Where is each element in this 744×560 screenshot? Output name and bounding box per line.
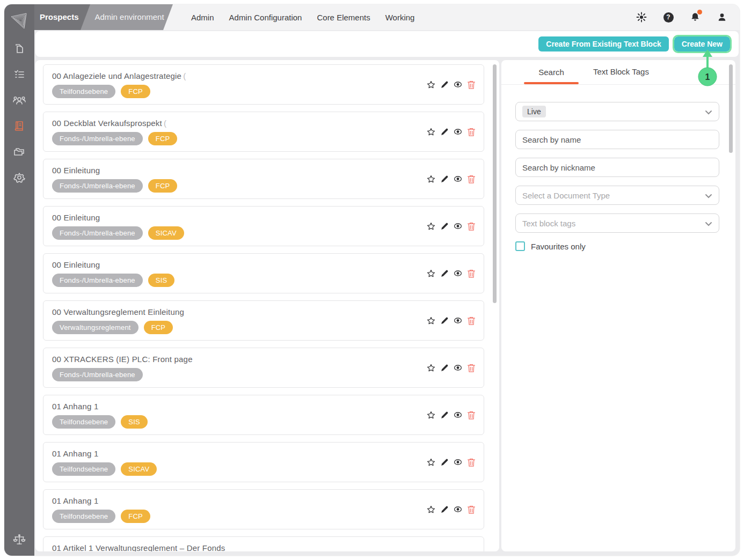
documents-icon[interactable] [11, 41, 27, 57]
text-block-tags: TeilfondsebeneSIS [52, 415, 475, 429]
favourites-only-row: Favourites only [515, 241, 719, 251]
nav-link-admin[interactable]: Admin [191, 13, 214, 22]
view-eye-icon[interactable] [453, 458, 463, 467]
text-block-card[interactable]: 00 Einleitung Fonds-/Umbrella-ebeneFCP [43, 159, 484, 199]
user-profile-icon[interactable] [716, 11, 728, 23]
edit-pencil-icon[interactable] [440, 174, 449, 184]
tag-pill: Fonds-/Umbrella-ebene [52, 179, 143, 193]
text-block-card[interactable]: 00 Deckblat Verkaufsprospekt( Fonds-/Umb… [43, 112, 484, 152]
favourite-star-icon[interactable] [426, 363, 436, 373]
tag-pill: FCP [144, 321, 173, 334]
view-eye-icon[interactable] [453, 363, 463, 373]
text-block-list: 00 Anlageziele und Anlagestrategie( Teil… [35, 60, 499, 551]
notifications-bell-icon[interactable] [689, 11, 701, 23]
text-block-card[interactable]: 00 Einleitung Fonds-/Umbrella-ebeneSICAV [43, 206, 484, 246]
favourites-only-checkbox[interactable] [515, 241, 525, 251]
view-eye-icon[interactable] [453, 174, 463, 184]
delete-trash-icon[interactable] [466, 174, 476, 184]
list-scrollbar[interactable] [493, 64, 497, 303]
tab-search[interactable]: Search [516, 60, 586, 84]
view-eye-icon[interactable] [453, 410, 463, 420]
view-eye-icon[interactable] [453, 80, 463, 90]
text-block-card[interactable]: 00 Einleitung Fonds-/Umbrella-ebeneSIS [43, 253, 484, 293]
tag-pill: Teilfondsebene [52, 462, 115, 476]
delete-trash-icon[interactable] [466, 316, 476, 326]
nav-link-working[interactable]: Working [385, 13, 415, 22]
view-eye-icon[interactable] [453, 505, 463, 514]
create-new-button[interactable]: Create New [674, 36, 730, 51]
tag-pill: SIS [121, 415, 148, 429]
favourite-star-icon[interactable] [426, 174, 436, 184]
status-select[interactable]: Live [515, 102, 719, 121]
text-block-card[interactable]: 00 XTRACKERS (IE) PLC: Front page Fonds-… [43, 348, 484, 388]
chevron-down-icon [705, 107, 712, 116]
edit-pencil-icon[interactable] [440, 410, 449, 420]
help-glyph: ? [663, 12, 674, 23]
text-block-card[interactable]: 01 Anhang 1 TeilfondsebeneSICAV [43, 442, 484, 482]
edit-pencil-icon[interactable] [440, 505, 449, 514]
create-from-existing-button[interactable]: Create From Existing Text Block [538, 36, 668, 51]
checklist-icon[interactable] [11, 67, 27, 83]
tag-pill: Teilfondsebene [52, 415, 115, 429]
edit-pencil-icon[interactable] [440, 458, 449, 467]
text-block-card[interactable]: 01 Artikel 1 Verwaltungsreglement – Der … [43, 536, 484, 551]
delete-trash-icon[interactable] [466, 410, 476, 420]
favourite-star-icon[interactable] [426, 80, 436, 90]
folders-icon[interactable] [11, 144, 27, 160]
help-icon[interactable]: ? [662, 11, 674, 23]
status-chip[interactable]: Live [522, 106, 546, 117]
environment-tab[interactable]: Admin environment [81, 4, 173, 30]
edit-pencil-icon[interactable] [440, 127, 449, 137]
tag-pill: Fonds-/Umbrella-ebene [52, 368, 143, 381]
text-block-title: 00 XTRACKERS (IE) PLC: Front page [52, 355, 475, 364]
favourite-star-icon[interactable] [426, 127, 436, 137]
favourite-star-icon[interactable] [426, 316, 436, 326]
book-icon[interactable] [11, 118, 27, 134]
favourite-star-icon[interactable] [426, 269, 436, 278]
text-block-tags: Fonds-/Umbrella-ebeneFCP [52, 132, 475, 145]
view-eye-icon[interactable] [453, 316, 463, 326]
view-eye-icon[interactable] [453, 127, 463, 137]
search-name-input[interactable] [522, 135, 712, 144]
delete-trash-icon[interactable] [466, 80, 476, 90]
delete-trash-icon[interactable] [466, 222, 476, 231]
search-nickname-input[interactable] [522, 163, 712, 172]
delete-trash-icon[interactable] [466, 269, 476, 278]
text-block-tags-select[interactable]: Text block tags [515, 213, 719, 233]
text-block-card[interactable]: 00 Anlageziele und Anlagestrategie( Teil… [43, 64, 484, 105]
delete-trash-icon[interactable] [466, 363, 476, 373]
favourite-star-icon[interactable] [426, 410, 436, 420]
tab-text-block-tags[interactable]: Text Block Tags [586, 60, 656, 84]
settings-gear-icon[interactable] [11, 170, 27, 186]
edit-pencil-icon[interactable] [440, 316, 449, 326]
edit-pencil-icon[interactable] [440, 363, 449, 373]
panel-scrollbar[interactable] [729, 64, 733, 153]
text-block-card[interactable]: 01 Anhang 1 TeilfondsebeneFCP [43, 489, 484, 529]
scales-icon[interactable] [11, 532, 27, 548]
document-type-select[interactable]: Select a Document Type [515, 186, 719, 205]
delete-trash-icon[interactable] [466, 505, 476, 514]
edit-pencil-icon[interactable] [440, 269, 449, 278]
favourite-star-icon[interactable] [426, 458, 436, 467]
text-block-card[interactable]: 00 Verwaltungsreglement Einleitung Verwa… [43, 300, 484, 341]
text-block-title: 01 Anhang 1 [52, 402, 475, 411]
view-eye-icon[interactable] [453, 269, 463, 278]
team-icon[interactable] [11, 92, 27, 108]
app-logo [6, 8, 32, 33]
delete-trash-icon[interactable] [466, 458, 476, 467]
text-block-tags: TeilfondsebeneFCP [52, 85, 475, 98]
delete-trash-icon[interactable] [466, 127, 476, 137]
nav-link-core-elements[interactable]: Core Elements [317, 13, 370, 22]
edit-pencil-icon[interactable] [440, 222, 449, 231]
text-block-title: 01 Anhang 1 [52, 449, 475, 458]
text-block-title: 01 Anhang 1 [52, 496, 475, 505]
nav-link-admin-configuration[interactable]: Admin Configuration [229, 13, 302, 22]
theme-sun-icon[interactable] [636, 11, 647, 23]
tag-pill: Fonds-/Umbrella-ebene [52, 132, 143, 145]
edit-pencil-icon[interactable] [440, 80, 449, 90]
text-block-card[interactable]: 01 Anhang 1 TeilfondsebeneSIS [43, 395, 484, 435]
view-eye-icon[interactable] [453, 222, 463, 231]
favourite-star-icon[interactable] [426, 222, 436, 231]
favourite-star-icon[interactable] [426, 505, 436, 514]
notification-dot [697, 10, 702, 14]
